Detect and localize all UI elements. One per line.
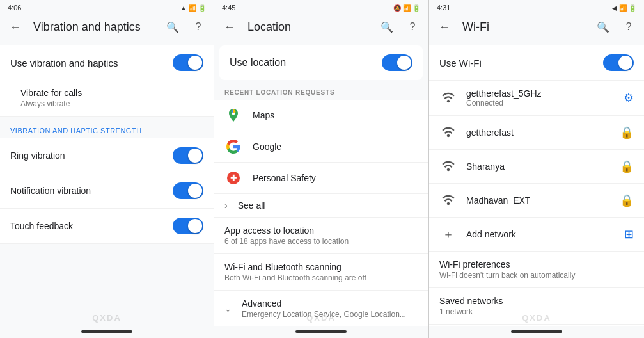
wifi-data-row[interactable]: Wi-Fi data usage 1.10 GB used 22 Jan – 1… xyxy=(429,325,644,326)
saved-networks-title: Saved networks xyxy=(439,296,634,306)
status-time-3: 4:31 xyxy=(437,4,450,12)
network-row-2[interactable]: Sharanya 🔒 xyxy=(429,150,644,184)
watermark-2: QXDA xyxy=(306,313,336,323)
search-button-1[interactable]: 🔍 xyxy=(165,19,180,35)
battery-icon-3: 🔋 xyxy=(629,4,636,12)
use-wifi-row[interactable]: Use Wi-Fi xyxy=(429,45,644,81)
vibrate-calls-row[interactable]: Vibrate for calls Always vibrate xyxy=(0,80,214,117)
help-button-1[interactable]: ? xyxy=(191,19,206,35)
see-all-label: See all xyxy=(238,200,265,211)
wifi-bluetooth-title: Wi-Fi and Bluetooth scanning xyxy=(224,262,418,272)
maps-icon xyxy=(224,106,242,124)
network-info-2: Sharanya xyxy=(466,161,620,172)
status-time-1: 4:06 xyxy=(8,4,21,12)
app-access-sub: 6 of 18 apps have access to location xyxy=(224,237,418,246)
advanced-title: Advanced xyxy=(242,298,418,309)
wifi-signal-icon-1 xyxy=(439,124,457,141)
top-bar-1: ← Vibration and haptics 🔍 ? xyxy=(0,14,214,40)
add-network-icon: ＋ xyxy=(439,225,457,243)
panel-location: 4:45 🔕 📶 🔋 ← Location 🔍 ? Use location R… xyxy=(214,0,428,338)
back-button-1[interactable]: ← xyxy=(8,19,23,35)
network-row-0[interactable]: gettherefast_5GHz Connected ⚙ xyxy=(429,81,644,116)
touch-feedback-toggle[interactable] xyxy=(173,218,203,234)
see-all-row[interactable]: › See all xyxy=(214,194,428,218)
network-name-0: gettherefast_5GHz xyxy=(466,88,624,99)
panel3-content: Use Wi-Fi gettherefast_5GHz Connected ⚙ … xyxy=(429,40,644,326)
personal-safety-name: Personal Safety xyxy=(253,173,316,183)
network-info-3: Madhavan_EXT xyxy=(466,195,620,205)
status-bar-2: 4:45 🔕 📶 🔋 xyxy=(214,0,428,14)
touch-feedback-row[interactable]: Touch feedback xyxy=(0,209,214,244)
add-network-label: Add network xyxy=(466,229,516,239)
page-title-1: Vibration and haptics xyxy=(33,20,165,34)
wifi-bluetooth-row[interactable]: Wi-Fi and Bluetooth scanning Both Wi-Fi … xyxy=(214,254,428,291)
status-bar-1: 4:06 ▲ 📶 🔋 xyxy=(0,0,214,14)
use-vibration-row[interactable]: Use vibration and haptics xyxy=(0,45,214,80)
wifi-signal-icon-3 xyxy=(439,191,457,209)
use-location-label: Use location xyxy=(230,57,286,68)
maps-app-row[interactable]: Maps xyxy=(214,100,428,131)
vibrate-calls-sublabel: Always vibrate xyxy=(20,99,203,108)
home-indicator-2 xyxy=(295,330,347,333)
battery-icon-2: 🔋 xyxy=(412,4,420,12)
network-info-0: gettherefast_5GHz Connected xyxy=(466,88,624,108)
wifi-signal-icon-0 xyxy=(439,89,457,107)
top-bar-2: ← Location 🔍 ? xyxy=(214,14,428,40)
notification-vibration-row[interactable]: Notification vibration xyxy=(0,173,214,209)
lock-icon-2: 🔒 xyxy=(620,159,634,173)
notification-vibration-label: Notification vibration xyxy=(10,186,91,196)
chevron-right-icon: › xyxy=(224,200,228,211)
app-access-row[interactable]: App access to location 6 of 18 apps have… xyxy=(214,218,428,254)
top-bar-icons-1: 🔍 ? xyxy=(165,19,206,35)
google-app-row[interactable]: Google xyxy=(214,131,428,163)
help-button-3[interactable]: ? xyxy=(621,19,636,35)
network-name-2: Sharanya xyxy=(466,161,620,172)
maps-app-name: Maps xyxy=(253,110,274,120)
network-status-0: Connected xyxy=(466,99,624,108)
watermark-1: QXDA xyxy=(92,313,122,323)
search-button-3[interactable]: 🔍 xyxy=(595,19,611,35)
wifi-preferences-sub: Wi-Fi doesn't turn back on automatically xyxy=(439,271,634,280)
use-wifi-toggle[interactable] xyxy=(603,54,634,71)
settings-icon-0[interactable]: ⚙ xyxy=(624,91,634,105)
back-button-3[interactable]: ← xyxy=(437,19,452,35)
ring-vibration-row[interactable]: Ring vibration xyxy=(0,138,214,173)
help-button-2[interactable]: ? xyxy=(405,19,420,35)
top-bar-icons-3: 🔍 ? xyxy=(595,19,636,35)
no-ring-icon: 🔕 xyxy=(393,4,401,12)
back-button-2[interactable]: ← xyxy=(222,19,237,35)
signal-icon: 📶 xyxy=(189,4,196,12)
personal-safety-app-row[interactable]: ✚ Personal Safety xyxy=(214,163,428,194)
status-icons-2: 🔕 📶 🔋 xyxy=(393,4,420,12)
use-wifi-label: Use Wi-Fi xyxy=(439,58,482,68)
network-info-1: gettherefast xyxy=(466,127,620,138)
search-button-2[interactable]: 🔍 xyxy=(379,19,395,35)
wifi-preferences-row[interactable]: Wi-Fi preferences Wi-Fi doesn't turn bac… xyxy=(429,252,644,288)
network-name-3: Madhavan_EXT xyxy=(466,195,620,205)
use-location-toggle[interactable] xyxy=(382,54,412,71)
lock-icon-1: 🔒 xyxy=(620,125,634,140)
wifi-preferences-title: Wi-Fi preferences xyxy=(439,259,634,270)
network-row-3[interactable]: Madhavan_EXT 🔒 xyxy=(429,184,644,218)
network-row-1[interactable]: gettherefast 🔒 xyxy=(429,116,644,150)
ring-vibration-toggle[interactable] xyxy=(173,147,203,164)
wifi-bluetooth-sub: Both Wi-Fi and Bluetooth scanning are of… xyxy=(224,273,418,282)
vibration-strength-section: VIBRATION AND HAPTIC STRENGTH xyxy=(0,117,214,138)
watermark-3: QXDA xyxy=(522,313,551,323)
wifi-signal-icon-2 xyxy=(439,157,457,175)
chevron-down-icon: ⌄ xyxy=(224,304,232,314)
lock-icon-3: 🔒 xyxy=(620,193,634,207)
svg-text:✚: ✚ xyxy=(230,173,237,182)
use-vibration-toggle[interactable] xyxy=(173,54,203,71)
use-vibration-label: Use vibration and haptics xyxy=(10,58,118,68)
panel1-content: Use vibration and haptics Vibrate for ca… xyxy=(0,40,214,326)
top-bar-icons-2: 🔍 ? xyxy=(379,19,420,35)
home-indicator-3 xyxy=(511,330,562,333)
status-time-2: 4:45 xyxy=(222,4,235,12)
vibrate-calls-label: Vibrate for calls xyxy=(20,88,203,98)
add-network-row[interactable]: ＋ Add network ⊞ xyxy=(429,218,644,252)
google-icon xyxy=(224,138,242,156)
qr-icon[interactable]: ⊞ xyxy=(624,227,634,241)
notification-vibration-toggle[interactable] xyxy=(173,182,203,199)
home-indicator-1 xyxy=(81,330,132,333)
